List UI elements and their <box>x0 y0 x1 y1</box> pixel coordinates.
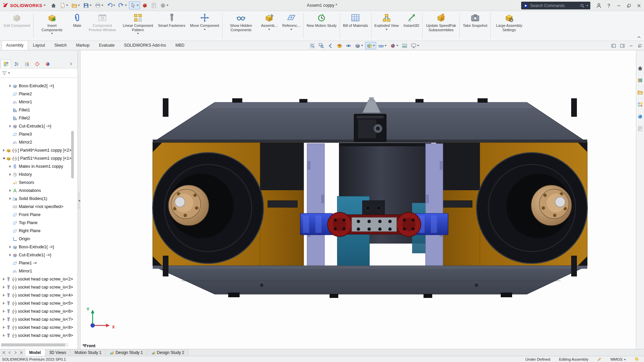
tree-item-boss-extrude1[interactable]: Boss-Extrude1{ ->} <box>0 243 78 251</box>
search-scope-caret-icon[interactable] <box>586 5 588 6</box>
options-button[interactable] <box>159 1 170 9</box>
display-style-button[interactable] <box>353 42 364 49</box>
instant3d-button[interactable]: Instant3D <box>401 11 422 41</box>
pane-left-button[interactable] <box>610 42 617 49</box>
standoff-post[interactable] <box>571 98 577 117</box>
standoff-post[interactable] <box>163 98 168 117</box>
expand-arrow-icon[interactable] <box>2 301 6 306</box>
rebuild-button[interactable] <box>141 1 149 9</box>
tree-item-fillet2[interactable]: Fillet2 <box>0 114 78 122</box>
standoff-post[interactable] <box>163 256 168 276</box>
search-icon[interactable] <box>580 3 585 8</box>
standoff-post[interactable] <box>571 256 577 276</box>
tree-item-socket-head-cap-screw-is-9[interactable]: (-) socket head cap screw_is<9> <box>0 331 78 340</box>
tab-assembly[interactable]: Assembly <box>1 41 28 50</box>
exploded-view-button[interactable]: Exploded View <box>372 11 401 41</box>
display-manager-tab[interactable] <box>42 60 53 68</box>
filter-caret-icon[interactable] <box>8 72 10 74</box>
command-search[interactable] <box>521 2 590 9</box>
dropdown-caret-icon[interactable] <box>113 5 115 6</box>
solidworks-menu[interactable]: SOLIDWORKS <box>0 2 49 8</box>
tree-item-part49-assem1-coppy-2[interactable]: (-) [ Part49^Assem1 coppy ]<2> <box>0 146 78 154</box>
expand-arrow-icon[interactable] <box>2 293 6 298</box>
restore-button[interactable] <box>624 0 634 11</box>
right-wheel[interactable] <box>477 153 587 263</box>
print-button[interactable] <box>94 1 105 9</box>
linear-component-pattern-button[interactable]: Linear Component Pattern <box>120 11 156 41</box>
tree-item-front-plane[interactable]: Front Plane <box>0 211 78 219</box>
doc-restore-button[interactable] <box>636 42 643 49</box>
hide-show-items-button[interactable] <box>377 42 388 49</box>
tab-markup[interactable]: Markup <box>71 41 94 50</box>
dropdown-caret-icon[interactable] <box>78 5 80 6</box>
dropdown-caret-icon[interactable] <box>101 5 103 6</box>
take-snapshot-button[interactable]: Take Snapshot <box>460 11 490 41</box>
tree-item-mirror1[interactable]: Mirror1 <box>0 267 78 275</box>
section-view-button[interactable] <box>335 42 344 49</box>
doc-tab-motion-study-1[interactable]: Motion Study 1 <box>70 349 106 356</box>
custom-properties-button[interactable] <box>637 125 644 132</box>
dropdown-caret-icon[interactable] <box>373 45 375 46</box>
tree-horizontal-scrollbar[interactable] <box>1 343 68 347</box>
dropdown-caret-icon[interactable] <box>90 5 92 6</box>
open-button[interactable] <box>70 1 81 9</box>
file-properties-button[interactable] <box>150 1 158 9</box>
redo-button[interactable] <box>117 1 128 9</box>
expand-arrow-icon[interactable] <box>8 172 12 177</box>
doc-tab-design-study-2[interactable]: Design Study 2 <box>147 349 189 356</box>
expand-arrow-icon[interactable] <box>2 325 6 330</box>
tab-solidworks-add-ins[interactable]: SOLIDWORKS Add-Ins <box>119 41 170 50</box>
dropdown-caret-icon[interactable] <box>396 45 398 46</box>
mate-button[interactable]: Mate <box>70 11 85 41</box>
dropdown-caret-icon[interactable] <box>268 29 270 30</box>
dropdown-caret-icon[interactable] <box>386 29 388 30</box>
units-selector[interactable]: MMGS <box>610 357 626 361</box>
search-input[interactable] <box>530 3 578 8</box>
zoom-to-fit-button[interactable] <box>308 42 316 49</box>
tree-item-solid-bodies-1[interactable]: Solid Bodies(1) <box>0 195 78 203</box>
configuration-manager-tab[interactable] <box>21 60 32 68</box>
previous-tab-button[interactable] <box>7 350 12 356</box>
tab-layout[interactable]: Layout <box>28 41 50 50</box>
tree-item-sensors[interactable]: Sensors <box>0 178 78 187</box>
tree-item-origin[interactable]: Origin <box>0 235 78 243</box>
dropdown-caret-icon[interactable] <box>204 29 206 30</box>
panel-tabs-expand-button[interactable] <box>66 60 76 68</box>
property-manager-tab[interactable] <box>11 60 21 68</box>
tree-item-right-plane[interactable]: Right Plane <box>0 227 78 235</box>
referenc-button[interactable]: Referenc... <box>280 11 303 41</box>
design-library-button[interactable] <box>637 76 644 84</box>
view-orientation-button[interactable] <box>365 42 376 49</box>
dropdown-caret-icon[interactable] <box>166 5 168 6</box>
expand-arrow-icon[interactable] <box>8 164 12 169</box>
app-menu-caret-icon[interactable] <box>44 5 46 6</box>
tree-item-boss-extrude2[interactable]: Boss-Extrude2{ ->} <box>0 82 78 90</box>
tag-icon[interactable] <box>635 357 639 362</box>
new-motion-study-button[interactable]: New Motion Study <box>304 11 339 41</box>
tree-item-socket-head-cap-screw-is-6[interactable]: (-) socket head cap screw_is<6> <box>0 307 78 315</box>
new-document-button[interactable] <box>58 1 69 9</box>
dropdown-caret-icon[interactable] <box>361 45 363 46</box>
file-explorer-button[interactable] <box>637 89 644 96</box>
tree-item-socket-head-cap-screw-is-7[interactable]: (-) socket head cap screw_is<7> <box>0 315 78 323</box>
sprocket-assembly[interactable] <box>300 212 448 237</box>
units-caret-icon[interactable] <box>624 359 626 360</box>
tree-item-history[interactable]: History <box>0 170 78 178</box>
tree-item-cut-extrude1[interactable]: Cut-Extrude1{ ->} <box>0 122 78 130</box>
last-tab-button[interactable] <box>18 350 24 356</box>
view-settings-button[interactable] <box>409 42 420 49</box>
task-home-button[interactable] <box>637 64 644 72</box>
tree-item-socket-head-cap-screw-is-5[interactable]: (-) socket head cap screw_is<5> <box>0 299 78 307</box>
tree-item-mirror1[interactable]: Mirror1 <box>0 98 78 106</box>
scroll-thumb[interactable] <box>1 344 65 346</box>
tree-item-top-plane[interactable]: Top Plane <box>0 219 78 227</box>
dropdown-caret-icon[interactable] <box>385 45 387 46</box>
first-tab-button[interactable] <box>1 350 7 356</box>
annotation-visibility-button[interactable] <box>344 42 353 49</box>
dropdown-caret-icon[interactable] <box>290 29 292 30</box>
insert-components-button[interactable]: Insert Components <box>34 11 70 41</box>
tree-item-socket-head-cap-screw-is-4[interactable]: (-) socket head cap screw_is<4> <box>0 291 78 299</box>
expand-arrow-icon[interactable] <box>2 309 6 314</box>
tab-mbd[interactable]: MBD <box>171 41 189 50</box>
tree-item-mirror2[interactable]: Mirror2 <box>0 138 78 146</box>
